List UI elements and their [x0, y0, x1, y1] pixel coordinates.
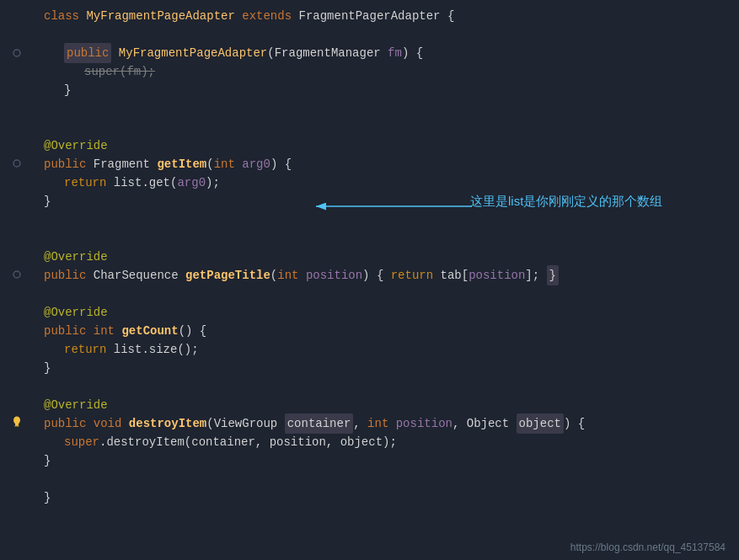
gutter-icon-7	[0, 117, 34, 136]
gutter	[0, 0, 34, 560]
line-3: public MyFragmentPageAdapter ( FragmentM…	[44, 44, 729, 62]
getitem-method: getItem	[157, 155, 206, 173]
list-get: list.get(	[114, 173, 178, 192]
object-highlight: object	[517, 413, 564, 434]
arg0-val: arg0	[177, 173, 206, 192]
param-fm: fm	[388, 44, 402, 62]
override-2: @Override	[44, 248, 108, 266]
line-1: class MyFragmentPageAdapter extends Frag…	[44, 7, 729, 25]
code-area: class MyFragmentPageAdapter extends Frag…	[34, 0, 739, 560]
gutter-icon-27	[0, 504, 34, 523]
kw-int-3: int	[94, 322, 122, 340]
gutter-icon-3	[0, 44, 34, 62]
destroy-call: .destroyItem(container, position, object…	[99, 433, 397, 451]
kw-public-4: public	[44, 414, 94, 433]
line-9: public Fragment getItem ( int arg0 ) {	[44, 155, 729, 173]
position-param-2: position	[396, 414, 453, 433]
paren-open: (	[267, 44, 274, 62]
gutter-icon-9	[0, 154, 34, 173]
kw-int: int	[214, 155, 243, 173]
line-19: return list.size();	[44, 340, 729, 359]
gutter-icon-5	[0, 81, 34, 99]
gutter-icon-10	[0, 173, 34, 191]
close-brace-final: }	[44, 488, 51, 507]
line-6	[44, 99, 729, 118]
editor-container: class MyFragmentPageAdapter extends Frag…	[0, 0, 739, 560]
gutter-icon-16	[0, 284, 34, 302]
line-13	[44, 229, 729, 248]
svg-point-3	[13, 416, 20, 424]
annotation-text: 这里是list是你刚刚定义的那个数组	[470, 192, 662, 211]
line-23: public void destroyItem (ViewGroup conta…	[44, 414, 729, 433]
line-27: }	[44, 488, 729, 507]
svg-point-2	[13, 271, 20, 278]
paren-close-2: ) {	[270, 155, 292, 173]
line-7	[44, 118, 729, 136]
arg0-param: arg0	[242, 155, 270, 173]
kw-extends: extends	[242, 7, 298, 25]
line-4: super(fm);	[44, 62, 729, 81]
close-brace-2: }	[44, 192, 51, 211]
return-kw-3: return	[64, 340, 114, 359]
getcount-method: getCount	[121, 322, 178, 340]
line-26	[44, 470, 729, 488]
gutter-icon-18	[0, 320, 34, 339]
gutter-icon-11	[0, 191, 34, 210]
list-size: list.size();	[114, 340, 199, 359]
kw-int-2: int	[277, 266, 306, 285]
close-brace-3: }	[44, 359, 51, 377]
gutter-icon-4	[0, 62, 34, 81]
gutter-icon-15	[0, 265, 34, 284]
semicolon: );	[206, 173, 220, 192]
getpagetitle-method: getPageTitle	[185, 266, 270, 285]
gutter-icon-22	[0, 394, 34, 413]
gutter-icon-1	[0, 7, 34, 25]
gutter-icon-28	[0, 523, 34, 541]
gutter-icon-2	[0, 25, 34, 44]
paren: (	[206, 155, 213, 173]
close-brace-1: }	[64, 81, 71, 99]
kw-public-3: public	[44, 322, 94, 340]
paren3: (	[270, 266, 277, 285]
gutter-icon-23	[0, 431, 34, 450]
return-kw-2: return	[391, 266, 441, 285]
line-16	[44, 285, 729, 303]
super-call: super(fm);	[84, 62, 155, 81]
line-5: }	[44, 81, 729, 99]
kw-void: void	[94, 414, 129, 433]
gutter-icon-17	[0, 302, 34, 321]
paren4: ) {	[362, 266, 391, 285]
return-kw: return	[64, 173, 114, 192]
gutter-icon-6	[0, 99, 34, 118]
line-15: public CharSequence getPageTitle ( int p…	[44, 266, 729, 285]
line-12	[44, 211, 729, 229]
gutter-icon-bulb	[0, 413, 34, 431]
line-18: public int getCount () {	[44, 322, 729, 340]
gutter-icon-20	[0, 357, 34, 376]
override-1: @Override	[44, 136, 108, 155]
container-highlight: container	[285, 413, 354, 434]
gutter-icon-26	[0, 487, 34, 505]
line-25: }	[44, 451, 729, 470]
space	[111, 44, 118, 62]
comma1: ,	[353, 414, 367, 433]
fragment-type: Fragment	[94, 155, 158, 173]
gutter-icon-19	[0, 339, 34, 357]
highlight-brace: }	[547, 265, 559, 285]
position-param: position	[306, 266, 362, 285]
position-val: position	[469, 266, 525, 285]
gutter-icon-24	[0, 450, 34, 468]
paren5: () {	[179, 322, 207, 340]
param-type: FragmentManager	[275, 44, 388, 62]
kw-class: class	[44, 7, 86, 25]
line-8-override: @Override	[44, 136, 729, 155]
gutter-icon-8	[0, 136, 34, 154]
paren-close: ) {	[402, 44, 423, 62]
line-2	[44, 25, 729, 44]
tab-access: tab[	[441, 266, 469, 285]
line-24: super .destroyItem(container, position, …	[44, 433, 729, 451]
svg-rect-4	[15, 424, 19, 425]
svg-rect-5	[15, 425, 19, 427]
tab-close: ];	[525, 266, 546, 285]
charsequence: CharSequence	[94, 266, 185, 285]
